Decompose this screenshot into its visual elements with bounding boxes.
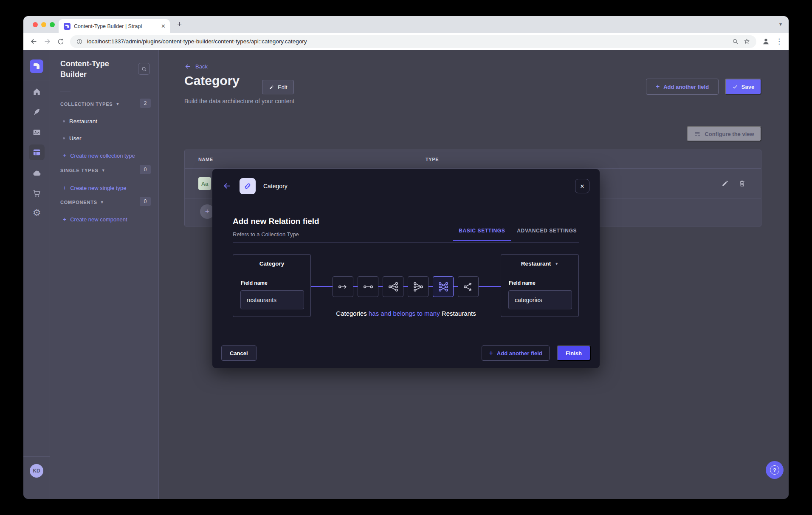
relation-many-to-one-icon[interactable] <box>408 276 429 297</box>
strapi-admin-app: ⚙ KD Content-Type Builder COLLECTION TYP… <box>23 50 789 499</box>
tab-basic-settings[interactable]: BASIC SETTINGS <box>453 228 511 241</box>
bookmark-star-icon[interactable] <box>743 38 750 45</box>
modal-breadcrumb: Category <box>263 183 288 190</box>
tab-title: Content-Type Builder | Strapi <box>74 23 158 29</box>
modal-subtitle: Refers to a Collection Type <box>233 231 299 238</box>
modal-header: Category ✕ <box>212 169 600 203</box>
add-relation-modal: Category ✕ Add new Relation field Refers… <box>212 169 600 368</box>
zoom-window-button[interactable] <box>50 22 55 27</box>
browser-window: Content-Type Builder | Strapi ✕ + ▾ loca… <box>23 16 789 499</box>
source-field-name-label: Field name <box>241 280 268 286</box>
close-window-button[interactable] <box>33 22 38 27</box>
source-field-name-input[interactable] <box>240 290 304 309</box>
close-icon[interactable]: ✕ <box>575 179 589 193</box>
relation-sentence: Categories has and belongs to many Resta… <box>212 310 600 317</box>
chevron-down-icon: ▼ <box>555 262 558 266</box>
relation-many-to-many-icon[interactable] <box>433 276 454 297</box>
modal-footer: Cancel + Add another field Finish <box>212 338 600 368</box>
profile-avatar-icon[interactable] <box>761 37 770 46</box>
source-card-title: Category <box>233 255 310 273</box>
minimize-window-button[interactable] <box>41 22 46 27</box>
modal-title: Add new Relation field <box>233 217 319 226</box>
relation-one-to-many-icon[interactable] <box>383 276 403 297</box>
reload-icon[interactable] <box>56 37 65 46</box>
new-tab-button[interactable]: + <box>177 20 182 29</box>
modal-tabs: BASIC SETTINGS ADVANCED SETTINGS <box>453 228 583 241</box>
source-relation-card: Category Field name <box>233 254 311 317</box>
target-field-name-label: Field name <box>509 280 536 286</box>
browser-tab[interactable]: Content-Type Builder | Strapi ✕ <box>59 19 170 33</box>
tab-close-icon[interactable]: ✕ <box>161 23 166 29</box>
back-nav-icon[interactable] <box>29 37 38 46</box>
strapi-favicon-icon <box>64 23 70 30</box>
modal-back-arrow-icon[interactable] <box>223 181 232 191</box>
target-relation-card: Restaurant ▼ Field name <box>501 254 579 317</box>
window-controls <box>33 22 55 27</box>
browser-toolbar: localhost:1337/admin/plugins/content-typ… <box>23 33 789 50</box>
site-info-icon[interactable] <box>76 38 83 45</box>
finish-button[interactable]: Finish <box>557 345 591 361</box>
plus-icon: + <box>489 349 493 357</box>
tab-advanced-settings[interactable]: ADVANCED SETTINGS <box>511 228 583 241</box>
relation-subject: Categories <box>336 310 367 317</box>
relation-verb: has and belongs to many <box>369 310 440 317</box>
cancel-button[interactable]: Cancel <box>221 345 257 361</box>
screen: Content-Type Builder | Strapi ✕ + ▾ loca… <box>0 0 812 515</box>
relation-one-to-one-icon[interactable] <box>358 276 378 297</box>
target-field-name-input[interactable] <box>508 290 572 309</box>
modal-add-field-label: Add another field <box>497 350 542 357</box>
relation-object: Restaurants <box>442 310 476 317</box>
source-card-title-label: Category <box>259 260 285 267</box>
target-card-title-label: Restaurant <box>521 260 551 267</box>
relation-many-way-icon[interactable] <box>458 276 479 297</box>
modal-add-another-field-button[interactable]: + Add another field <box>482 345 549 361</box>
target-collection-dropdown[interactable]: Restaurant ▼ <box>501 255 578 273</box>
tab-search-chevron-icon[interactable]: ▾ <box>779 21 782 27</box>
browser-menu-icon[interactable]: ⋮ <box>775 37 783 46</box>
url-bar[interactable]: localhost:1337/admin/plugins/content-typ… <box>70 35 756 48</box>
relation-link-icon <box>240 178 256 194</box>
url-text[interactable]: localhost:1337/admin/plugins/content-typ… <box>87 38 727 45</box>
modal-divider <box>233 242 579 243</box>
forward-nav-icon[interactable] <box>43 37 51 46</box>
zoom-page-icon[interactable] <box>732 38 739 45</box>
modal-footer-actions: + Add another field Finish <box>482 345 591 361</box>
browser-tab-strip: Content-Type Builder | Strapi ✕ + ▾ <box>23 16 789 33</box>
relation-one-way-icon[interactable] <box>333 276 353 297</box>
